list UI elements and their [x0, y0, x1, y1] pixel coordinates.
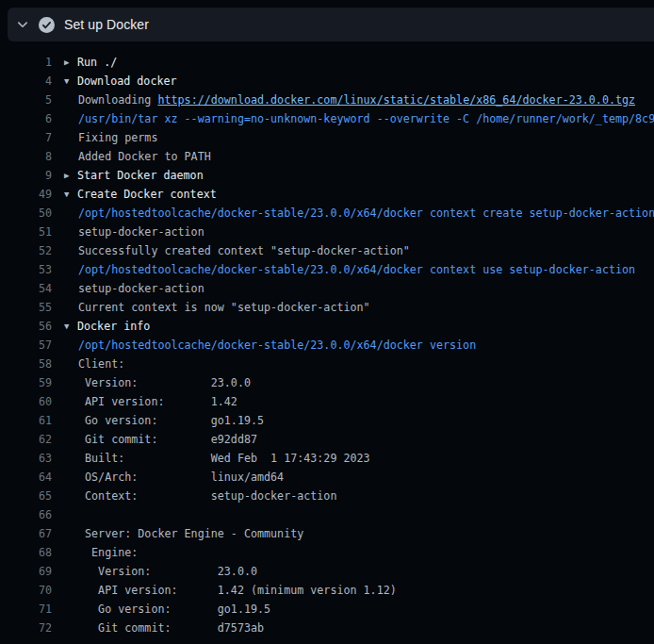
line-number[interactable]: 58 — [0, 355, 52, 373]
log-line: 4▼Download docker — [0, 72, 654, 91]
line-number[interactable]: 51 — [0, 223, 52, 241]
log-text: Version: 23.0.0 — [78, 373, 251, 392]
group-expanded-icon[interactable]: ▼ — [64, 72, 77, 91]
line-number[interactable]: 72 — [0, 619, 52, 637]
line-number[interactable]: 66 — [0, 505, 52, 524]
log-text: Built: Wed Feb 1 17:43:29 2023 — [78, 449, 370, 468]
group-title[interactable]: Download docker — [77, 72, 177, 91]
group-title[interactable]: Docker info — [77, 317, 150, 336]
log-text: Context: setup-docker-action — [78, 487, 336, 505]
log-line: 65 Context: setup-docker-action — [0, 487, 654, 505]
log-line: 63 Built: Wed Feb 1 17:43:29 2023 — [0, 449, 654, 468]
log-line: 51setup-docker-action — [0, 223, 654, 241]
log-command-text: /usr/bin/tar xz --warning=no-unknown-key… — [78, 109, 654, 128]
log-line: 71 Go version: go1.19.5 — [0, 600, 654, 619]
step-header[interactable]: Set up Docker — [8, 8, 654, 41]
line-number[interactable]: 1 — [0, 53, 52, 72]
log-line: 72 Git commit: d7573ab — [0, 619, 654, 637]
log-text: Version: 23.0.0 — [78, 562, 257, 581]
group-collapsed-icon[interactable]: ▶ — [64, 53, 77, 72]
log-command-text: /opt/hostedtoolcache/docker-stable/23.0.… — [78, 260, 635, 279]
line-number[interactable]: 53 — [0, 260, 52, 279]
line-number[interactable]: 9 — [0, 166, 52, 185]
log-lines: 1▶Run ./4▼Download docker5Downloading ht… — [0, 53, 654, 644]
line-number[interactable]: 70 — [0, 581, 52, 600]
line-number[interactable]: 71 — [0, 600, 52, 619]
line-number[interactable]: 7 — [0, 128, 52, 147]
log-text: setup-docker-action — [78, 279, 204, 298]
log-text: Git commit: d7573ab — [78, 619, 264, 637]
group-expanded-icon[interactable]: ▼ — [64, 317, 77, 336]
line-number[interactable]: 50 — [0, 204, 52, 223]
line-number[interactable]: 5 — [0, 91, 52, 109]
log-text: API version: 1.42 (minimum version 1.12) — [78, 581, 397, 600]
log-text: Fixing perms — [78, 128, 157, 147]
log-line: 62 Git commit: e92dd87 — [0, 430, 654, 449]
line-number[interactable]: 68 — [0, 543, 52, 562]
log-line: 67 Server: Docker Engine - Community — [0, 524, 654, 543]
group-title[interactable]: Start Docker daemon — [77, 166, 204, 185]
log-line: 64 OS/Arch: linux/amd64 — [0, 468, 654, 487]
log-line: 5Downloading https://download.docker.com… — [0, 91, 654, 109]
line-number[interactable]: 57 — [0, 336, 52, 355]
check-circle-icon — [39, 17, 55, 33]
line-number[interactable]: 49 — [0, 185, 52, 204]
log-line: 54setup-docker-action — [0, 279, 654, 298]
log-line: 1▶Run ./ — [0, 53, 654, 72]
line-number[interactable]: 56 — [0, 317, 52, 336]
log-line: 49▼Create Docker context — [0, 185, 654, 204]
log-line: 57/opt/hostedtoolcache/docker-stable/23.… — [0, 336, 654, 355]
line-number[interactable]: 4 — [0, 72, 52, 91]
line-number[interactable]: 61 — [0, 411, 52, 430]
line-number[interactable]: 67 — [0, 524, 52, 543]
log-line: 53/opt/hostedtoolcache/docker-stable/23.… — [0, 260, 654, 279]
log-text-prefix: Downloading — [78, 93, 157, 107]
log-text: Go version: go1.19.5 — [78, 600, 270, 619]
line-number[interactable]: 69 — [0, 562, 52, 581]
log-text: Client: — [78, 355, 124, 373]
log-line: 55Current context is now "setup-docker-a… — [0, 298, 654, 317]
log-line: 59 Version: 23.0.0 — [0, 373, 654, 392]
log-text: Downloading https://download.docker.com/… — [78, 91, 635, 109]
line-number[interactable]: 64 — [0, 468, 52, 487]
log-line: 70 API version: 1.42 (minimum version 1.… — [0, 581, 654, 600]
line-number[interactable]: 60 — [0, 392, 52, 411]
line-number[interactable]: 8 — [0, 147, 52, 166]
log-command-text: /opt/hostedtoolcache/docker-stable/23.0.… — [78, 204, 654, 223]
log-text: Added Docker to PATH — [78, 147, 211, 166]
line-number[interactable]: 55 — [0, 298, 52, 317]
line-number[interactable]: 54 — [0, 279, 52, 298]
log-line: 66 — [0, 505, 654, 524]
log-line: 6/usr/bin/tar xz --warning=no-unknown-ke… — [0, 109, 654, 128]
chevron-down-icon[interactable] — [16, 18, 29, 31]
log-text: Engine: — [78, 543, 138, 562]
log-line: 60 API version: 1.42 — [0, 392, 654, 411]
log-text: Server: Docker Engine - Community — [78, 524, 303, 543]
workflow-log-panel: Set up Docker 1▶Run ./4▼Download docker5… — [0, 0, 654, 644]
log-line: 68 Engine: — [0, 543, 654, 562]
group-collapsed-icon[interactable]: ▶ — [64, 166, 77, 185]
log-text: OS/Arch: linux/amd64 — [78, 468, 284, 487]
line-number[interactable]: 59 — [0, 373, 52, 392]
log-text: setup-docker-action — [78, 223, 204, 241]
log-line: 52Successfully created context "setup-do… — [0, 241, 654, 260]
group-title[interactable]: Run ./ — [77, 53, 117, 72]
log-text: Current context is now "setup-docker-act… — [78, 298, 370, 317]
line-number[interactable]: 65 — [0, 487, 52, 505]
group-expanded-icon[interactable]: ▼ — [64, 185, 77, 204]
line-number[interactable]: 63 — [0, 449, 52, 468]
log-text: Git commit: e92dd87 — [78, 430, 257, 449]
group-title[interactable]: Create Docker context — [77, 185, 217, 204]
log-line: 69 Version: 23.0.0 — [0, 562, 654, 581]
line-number[interactable]: 62 — [0, 430, 52, 449]
log-text: Successfully created context "setup-dock… — [78, 241, 410, 260]
log-line: 7Fixing perms — [0, 128, 654, 147]
log-line: 58Client: — [0, 355, 654, 373]
log-text: Go version: go1.19.5 — [78, 411, 264, 430]
step-title: Set up Docker — [64, 17, 149, 32]
log-command-text: /opt/hostedtoolcache/docker-stable/23.0.… — [78, 336, 476, 355]
line-number[interactable]: 52 — [0, 241, 52, 260]
log-url-link[interactable]: https://download.docker.com/linux/static… — [157, 93, 635, 107]
log-line: 8Added Docker to PATH — [0, 147, 654, 166]
line-number[interactable]: 6 — [0, 109, 52, 128]
